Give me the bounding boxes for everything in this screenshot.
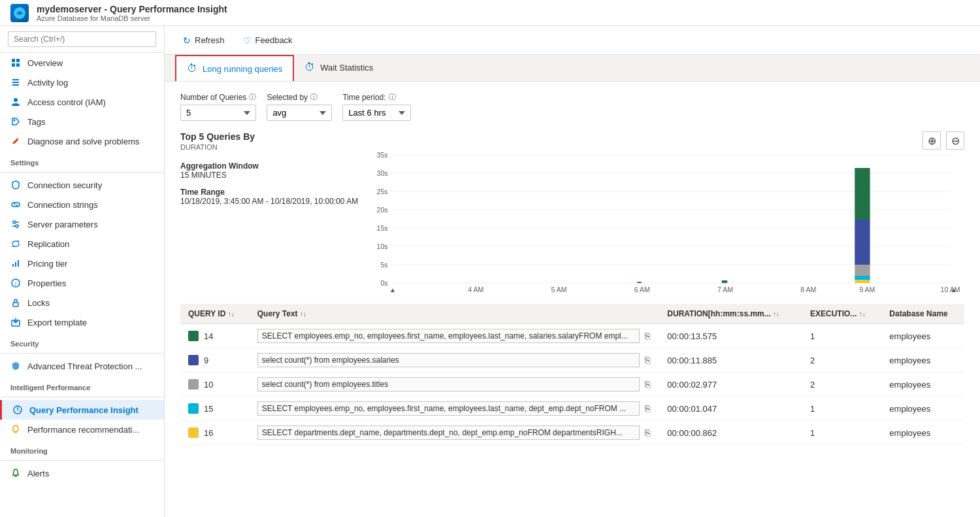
svg-rect-3 [12, 63, 15, 67]
sidebar-item-pricing[interactable]: Pricing tier [0, 254, 164, 273]
security-divider [0, 353, 164, 354]
sort-duration: ↑↓ [773, 310, 779, 318]
selected-by-select[interactable]: avgsummax [267, 105, 332, 121]
feedback-button[interactable]: ♡ Feedback [235, 31, 301, 50]
sidebar-item-perf-rec[interactable]: Performance recommendati... [0, 420, 164, 439]
time-period-label: Time period: ⓘ [342, 92, 411, 102]
sidebar-search-container [0, 26, 164, 53]
sidebar-label-diagnose: Diagnose and solve problems [27, 137, 139, 146]
svg-text:25s: 25s [377, 188, 388, 195]
time-period-select[interactable]: Last 6 hrsLast 12 hrsLast 24 hrsLast 7 d… [342, 105, 411, 121]
sidebar-item-connection-security[interactable]: Connection security [0, 175, 164, 195]
copy-button[interactable]: ⎘ [644, 354, 651, 367]
query-text-input[interactable] [257, 377, 640, 392]
svg-point-14 [16, 225, 18, 227]
sidebar-item-overview[interactable]: Overview [0, 53, 164, 73]
chart-icon [12, 405, 23, 415]
svg-rect-15 [12, 264, 14, 267]
sidebar-item-tags[interactable]: Tags [0, 112, 164, 131]
selected-by-label: Selected by ⓘ [267, 92, 332, 102]
cell-database: employees [881, 421, 964, 445]
header-title: mydemoserver - Query Performance Insight [37, 4, 227, 14]
sidebar-item-activity-log[interactable]: Activity log [0, 73, 164, 92]
sort-query-text: ↑↓ [300, 310, 306, 318]
svg-rect-55 [722, 280, 727, 283]
svg-point-12 [13, 221, 16, 224]
copy-button[interactable]: ⎘ [644, 329, 651, 342]
sidebar-item-connection-strings[interactable]: Connection strings [0, 195, 164, 214]
query-id-value: 10 [204, 380, 213, 390]
color-swatch [188, 355, 199, 365]
table-row: 16 ⎘ 00:00:00.862 1 employees [180, 421, 964, 445]
refresh-label: Refresh [195, 35, 225, 45]
query-text-input[interactable] [257, 353, 640, 367]
svg-text:i: i [15, 280, 16, 287]
svg-text:35s: 35s [377, 152, 388, 159]
svg-rect-4 [16, 63, 20, 67]
sidebar-item-replication[interactable]: Replication [0, 234, 164, 254]
bell-icon [10, 468, 21, 478]
svg-text:▲: ▲ [389, 286, 396, 293]
sidebar-label-conn-sec: Connection security [27, 180, 102, 190]
cell-query-id: 15 [180, 397, 250, 421]
wait-icon: ⏱ [304, 61, 315, 73]
svg-rect-53 [855, 220, 870, 265]
copy-button[interactable]: ⎘ [644, 426, 651, 439]
sidebar-item-alerts[interactable]: Alerts [0, 463, 164, 483]
sidebar-item-locks[interactable]: Locks [0, 293, 164, 312]
cell-database: employees [881, 397, 964, 421]
sidebar-item-properties[interactable]: i Properties [0, 273, 164, 293]
svg-rect-17 [18, 260, 19, 267]
top-header: mydemoserver - Query Performance Insight… [0, 0, 980, 26]
color-swatch [188, 331, 199, 341]
cell-query-text: ⎘ [250, 397, 660, 421]
cell-duration: 00:00:11.885 [659, 348, 802, 373]
col-header-query-id[interactable]: QUERY ID ↑↓ [180, 304, 250, 324]
num-queries-select[interactable]: 5101520 [180, 105, 256, 121]
search-input[interactable] [8, 31, 156, 47]
cell-duration: 00:00:00.862 [659, 421, 802, 445]
tab-long-running[interactable]: ⏱ Long running queries [175, 55, 294, 81]
col-header-duration[interactable]: DURATION[hh:mm:ss.mm... ↑↓ [659, 304, 802, 324]
zoom-in-button[interactable]: ⊕ [923, 131, 941, 150]
filter-time-period: Time period: ⓘ Last 6 hrsLast 12 hrsLast… [342, 92, 411, 121]
sidebar-item-server-params[interactable]: Server parameters [0, 214, 164, 234]
sync-icon [10, 239, 21, 249]
copy-button[interactable]: ⎘ [644, 378, 651, 391]
grid-icon [10, 58, 21, 68]
info-icon: i [10, 278, 21, 288]
svg-rect-7 [12, 84, 19, 86]
link-icon [10, 199, 21, 210]
filter-num-queries: Number of Queries ⓘ 5101520 [180, 92, 256, 121]
svg-rect-54 [855, 168, 870, 220]
sidebar-item-query-performance[interactable]: Query Performance Insight [0, 400, 164, 420]
chart-container: ⊕ ⊖ 35s 30s 25s 20s 15s [368, 131, 964, 288]
col-header-query-text[interactable]: Query Text ↑↓ [250, 304, 660, 324]
sidebar-label-qpi: Query Performance Insight [29, 405, 139, 415]
cell-query-id: 16 [180, 421, 250, 445]
sidebar-item-access-control[interactable]: Access control (IAM) [0, 92, 164, 112]
zoom-out-button[interactable]: ⊖ [946, 131, 964, 150]
query-text-input[interactable] [257, 329, 640, 343]
sort-execution: ↑↓ [859, 310, 866, 318]
sidebar-label-tags: Tags [27, 117, 45, 127]
query-text-input[interactable] [257, 401, 640, 416]
refresh-button[interactable]: ↻ Refresh [175, 31, 233, 50]
sidebar-item-diagnose[interactable]: Diagnose and solve problems [0, 131, 164, 151]
sidebar-item-advanced-threat[interactable]: Advanced Threat Protection ... [0, 356, 164, 376]
svg-text:5s: 5s [381, 261, 388, 269]
sidebar-label-replication: Replication [27, 239, 69, 249]
filter-row: Number of Queries ⓘ 5101520 Selected by … [180, 92, 964, 121]
copy-button[interactable]: ⎘ [644, 402, 651, 415]
tab-wait-stats[interactable]: ⏱ Wait Statistics [294, 55, 384, 81]
sidebar-item-export[interactable]: Export template [0, 312, 164, 332]
svg-text:15s: 15s [377, 225, 388, 232]
wrench-icon [10, 136, 21, 146]
svg-text:9 AM: 9 AM [859, 286, 875, 293]
content-area: ↻ Refresh ♡ Feedback ⏱ Long running quer… [165, 26, 980, 517]
col-header-execution[interactable]: EXECUTIO... ↑↓ [802, 304, 881, 324]
query-text-input[interactable] [257, 425, 640, 440]
shield2-icon [10, 361, 21, 371]
sidebar-label-locks: Locks [27, 298, 50, 308]
col-header-database: Database Name [881, 304, 964, 324]
